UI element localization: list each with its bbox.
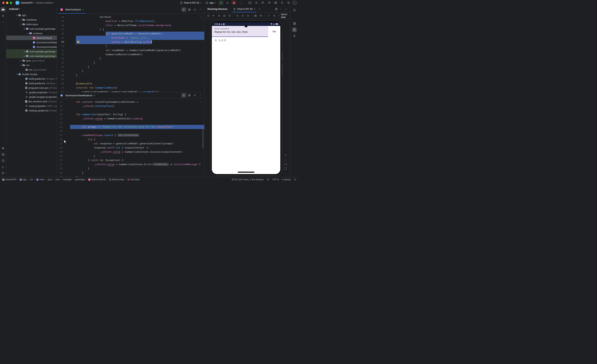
running-devices-button[interactable] bbox=[292, 27, 297, 32]
profiler-button[interactable] bbox=[273, 0, 278, 5]
chevron-right-icon[interactable]: ▸ bbox=[19, 19, 23, 21]
inspection-ok-icon[interactable]: ✓ bbox=[200, 100, 202, 104]
add-device-tab-button[interactable]: + bbox=[257, 7, 262, 11]
tree-item-res-generated[interactable]: res(generated) bbox=[6, 67, 57, 72]
line-number[interactable]: 59 bbox=[57, 77, 76, 82]
project-view-selector[interactable]: Android ▾ bbox=[6, 6, 57, 12]
search-everywhere-button[interactable] bbox=[280, 0, 284, 5]
go-button[interactable]: Go bbox=[268, 26, 280, 37]
line-number[interactable]: 32 bbox=[57, 162, 70, 166]
line-number[interactable]: 58 bbox=[57, 73, 76, 77]
zoom-fit-button[interactable] bbox=[283, 167, 288, 170]
breadcrumb-src[interactable]: src bbox=[30, 178, 33, 181]
line-number[interactable]: 23 bbox=[57, 125, 70, 129]
line-number[interactable]: 54 bbox=[57, 57, 76, 61]
device-tab-pixel8[interactable]: Pixel 8 API 33 × bbox=[231, 6, 257, 12]
code-line-47[interactable]: 47 ) { bbox=[57, 27, 204, 31]
tree-item-build-gradle-kts-module-app[interactable]: Gbuild.gradle.kts(Module :app) bbox=[6, 81, 57, 85]
line-number[interactable]: 44 bbox=[57, 15, 76, 19]
line-number[interactable]: 22 bbox=[57, 121, 70, 125]
zoom-out-button[interactable]: − bbox=[283, 158, 288, 162]
line-number[interactable]: 25 bbox=[57, 133, 70, 137]
run-settings-button[interactable] bbox=[225, 0, 230, 5]
panel-options-button[interactable]: ⋮ bbox=[279, 7, 283, 11]
breadcrumb-com[interactable]: com bbox=[55, 178, 60, 181]
tree-item-summarizeviewmodel[interactable]: CSummarizeViewModel bbox=[6, 45, 57, 49]
zoom-in-button[interactable]: + bbox=[283, 153, 288, 157]
terminal-tool-button[interactable] bbox=[0, 165, 6, 169]
code-line-57[interactable]: 57 } bbox=[57, 69, 204, 73]
tree-item-com-example-geminiapi-andr[interactable]: ▸com.example.geminiapi(andr bbox=[6, 49, 57, 54]
indent-widget[interactable]: 4 spaces bbox=[282, 178, 291, 181]
tree-item-gradle-scripts[interactable]: ▾GGradle Scripts bbox=[6, 72, 57, 77]
code-line-20[interactable]: 20 fun summarize(inputText: String) { bbox=[57, 112, 204, 116]
code-line-48[interactable]: 48 val generativeModel = GenerativeModel… bbox=[57, 31, 204, 36]
tree-item-com-example-geminiapi-test[interactable]: ▸com.example.geminiapi(test bbox=[6, 54, 57, 58]
code-line-21[interactable]: 21 _uiState.value = SummarizeUiState.Loa… bbox=[57, 116, 204, 121]
tree-item-proguard-rules-pro-proguard-r[interactable]: proguard-rules.pro(ProGuard R bbox=[6, 85, 57, 90]
line-number[interactable]: 60 bbox=[57, 82, 76, 86]
line-number[interactable]: 33 bbox=[57, 166, 70, 171]
line-number[interactable]: 46 bbox=[57, 23, 76, 27]
code-line-28[interactable]: 28 response.text?.let { outputContent -> bbox=[57, 146, 204, 150]
more-toolbar-actions-button[interactable] bbox=[266, 13, 271, 18]
zoom-window-button[interactable] bbox=[10, 2, 12, 4]
code-line-34[interactable]: 34 } bbox=[57, 171, 204, 175]
tree-item-settings-gradle-kts-project-sett[interactable]: Gsettings.gradle.kts(Project Sett bbox=[6, 108, 57, 113]
breadcrumb-geminiapi[interactable]: GeminiAPI bbox=[2, 178, 16, 181]
tree-item-res[interactable]: ▸res bbox=[6, 63, 57, 67]
line-number[interactable]: 29 bbox=[57, 150, 70, 154]
build-tool-button[interactable] bbox=[0, 152, 6, 157]
close-window-button[interactable] bbox=[2, 2, 5, 4]
code-line-51[interactable]: 51 ) bbox=[57, 44, 204, 48]
chevron-down-icon[interactable]: ▾ bbox=[15, 14, 18, 16]
code-line-32[interactable]: 32 _uiState.value = SummarizeUiState.Err… bbox=[57, 162, 204, 166]
layout-inspector-button[interactable] bbox=[292, 21, 297, 26]
commit-tool-button[interactable] bbox=[0, 13, 6, 18]
code-line-24[interactable]: 24 bbox=[57, 129, 204, 133]
rotate-left-button[interactable] bbox=[217, 13, 221, 18]
code-line-62[interactable]: 62 summarizeViewModel: SummarizeViewMode… bbox=[57, 90, 204, 92]
code-line-59[interactable]: 59 bbox=[57, 77, 204, 82]
code-line-27[interactable]: 27 val response = generativeModel.genera… bbox=[57, 141, 204, 146]
user-avatar[interactable] bbox=[292, 1, 297, 5]
line-number[interactable]: 62 bbox=[57, 90, 76, 92]
stop-button[interactable] bbox=[231, 0, 236, 5]
settings-button[interactable] bbox=[286, 0, 291, 5]
editor-mainactivity[interactable]: ✓ 44 Surface(45 modifier = Modifier.fill… bbox=[57, 14, 204, 92]
assistant-button[interactable] bbox=[292, 34, 297, 38]
breadcrumb-example[interactable]: example bbox=[63, 178, 71, 181]
device-mirroring-button[interactable] bbox=[247, 0, 252, 5]
android-home-button[interactable] bbox=[240, 13, 245, 18]
line-number[interactable]: 20 bbox=[57, 112, 70, 116]
tree-item-app[interactable]: ▾app bbox=[6, 13, 57, 17]
code-view-button[interactable] bbox=[181, 93, 186, 98]
chevron-down-icon[interactable]: ▾ bbox=[19, 23, 23, 25]
android-overview-button[interactable] bbox=[245, 13, 251, 18]
line-number[interactable]: 50 bbox=[57, 40, 76, 44]
screenshot-button[interactable] bbox=[253, 13, 258, 18]
tree-item-gradle-properties-project-prope[interactable]: ⚙gradle.properties(Project Prope bbox=[6, 90, 57, 95]
line-number[interactable]: 52 bbox=[57, 48, 76, 52]
line-number[interactable]: 35 bbox=[57, 175, 70, 177]
design-view-button[interactable] bbox=[192, 7, 197, 12]
breadcrumb-oncreate[interactable]: onCreate bbox=[128, 178, 140, 181]
problems-tool-button[interactable] bbox=[0, 158, 6, 163]
notifications-button[interactable] bbox=[292, 8, 297, 12]
zoom-actual-size-button[interactable]: 1:1 bbox=[284, 163, 287, 165]
code-line-46[interactable]: 46 color = MaterialTheme.colorScheme.bac… bbox=[57, 23, 204, 27]
write-lock-widget[interactable] bbox=[294, 178, 296, 181]
tree-item-mainactivity-kt[interactable]: KMainActivity.kt bbox=[6, 36, 57, 40]
line-number[interactable]: 18 bbox=[57, 104, 70, 108]
code-line-44[interactable]: 44 Surface( bbox=[57, 15, 204, 19]
close-tab-icon[interactable]: × bbox=[82, 8, 84, 11]
code-line-35[interactable]: 35 } bbox=[57, 175, 204, 177]
minimize-window-button[interactable] bbox=[6, 2, 8, 4]
line-number[interactable]: 17 bbox=[57, 100, 70, 104]
code-line-52[interactable]: 52 val viewModel = SummarizeViewModel(ge… bbox=[57, 48, 204, 52]
code-line-54[interactable]: 54 } bbox=[57, 57, 204, 61]
display-zoom-button[interactable] bbox=[272, 13, 277, 18]
todo-list-button[interactable] bbox=[260, 0, 265, 5]
line-number[interactable]: 21 bbox=[57, 116, 70, 121]
tree-item-local-properties-sdk-location[interactable]: ⚙local.properties(SDK Location) bbox=[6, 104, 57, 108]
